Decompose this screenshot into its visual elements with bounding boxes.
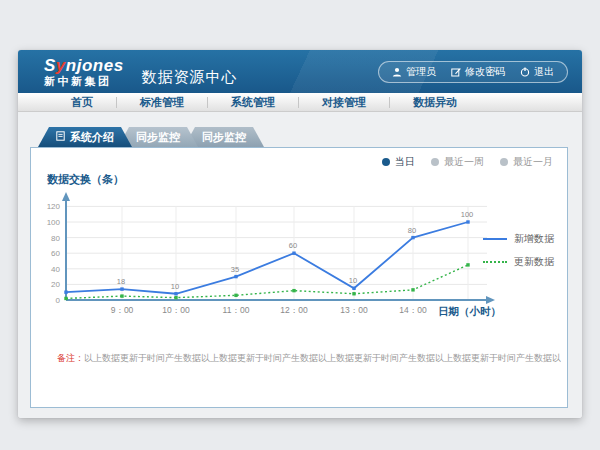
legend-line-solid [483, 238, 507, 240]
svg-text:11：00: 11：00 [223, 305, 250, 315]
chart-panel: 当日 最近一周 最近一月 数据交换（条） 0204060801001209：00… [30, 147, 568, 408]
current-user[interactable]: 管理员 [392, 65, 436, 79]
tab-label: 同步监控 [136, 130, 180, 145]
svg-text:9：00: 9：00 [111, 305, 134, 315]
company-logo: Synjones 新中新集团 [44, 57, 124, 87]
main-nav: 首页 标准管理 系统管理 对接管理 数据异动 [18, 93, 582, 112]
user-icon [392, 67, 402, 77]
radio-label: 最近一月 [513, 155, 553, 169]
nav-item-standard-mgmt[interactable]: 标准管理 [117, 95, 207, 110]
tab-label: 系统介绍 [70, 130, 114, 145]
svg-text:10：00: 10：00 [162, 305, 190, 315]
svg-text:60: 60 [289, 241, 297, 250]
user-toolbar: 管理员 修改密码 退出 [378, 61, 568, 83]
svg-text:40: 40 [51, 265, 60, 274]
user-name: 管理员 [406, 65, 436, 79]
legend-label: 更新数据 [514, 255, 554, 269]
footnote: 备注：以上数据更新于时间产生数据以上数据更新于时间产生数据以上数据更新于时间产生… [57, 352, 561, 365]
radio-last-month[interactable]: 最近一月 [500, 155, 553, 169]
logo-accent: y [56, 56, 66, 75]
radio-dot [431, 158, 439, 166]
logo-post: njones [66, 56, 124, 75]
legend-label: 新增数据 [514, 232, 554, 246]
svg-text:10: 10 [349, 276, 357, 285]
svg-text:0: 0 [56, 296, 61, 305]
svg-text:80: 80 [408, 226, 416, 235]
svg-text:100: 100 [461, 210, 474, 219]
svg-text:18: 18 [117, 277, 125, 286]
svg-text:100: 100 [47, 218, 61, 227]
footnote-text: 以上数据更新于时间产生数据以上数据更新于时间产生数据以上数据更新于时间产生数据以… [84, 353, 561, 363]
radio-dot [382, 158, 390, 166]
change-password-label: 修改密码 [465, 65, 505, 79]
nav-item-data-change[interactable]: 数据异动 [390, 95, 480, 110]
logo-pre: S [44, 56, 56, 75]
tab-label: 同步监控 [202, 130, 246, 145]
radio-dot [500, 158, 508, 166]
svg-text:10: 10 [171, 282, 179, 291]
chart-legend: 新增数据 更新数据 [483, 232, 554, 269]
nav-item-interface-mgmt[interactable]: 对接管理 [299, 95, 389, 110]
document-icon [56, 131, 65, 143]
logout-button[interactable]: 退出 [520, 65, 554, 79]
svg-text:12：00: 12：00 [280, 305, 308, 315]
tab-system-intro[interactable]: 系统介绍 [38, 127, 132, 147]
page-title: 数据资源中心 [142, 68, 238, 87]
logo-wordmark: Synjones [44, 57, 124, 74]
edit-icon [451, 67, 461, 77]
content-area: 系统介绍 同步监控 同步监控 当日 最近一周 [18, 112, 582, 418]
app-window: Synjones 新中新集团 数据资源中心 管理员 修改密码 退出 首页 标准管… [18, 50, 582, 418]
legend-line-dotted [483, 261, 507, 263]
svg-text:80: 80 [51, 234, 60, 243]
svg-text:35: 35 [231, 265, 239, 274]
radio-today[interactable]: 当日 [382, 155, 415, 169]
logout-label: 退出 [534, 65, 554, 79]
power-icon [520, 67, 530, 77]
svg-text:日期（小时）: 日期（小时） [438, 305, 501, 318]
radio-label: 最近一周 [444, 155, 484, 169]
logo-subtitle: 新中新集团 [44, 76, 124, 87]
svg-text:60: 60 [51, 249, 60, 258]
radio-last-week[interactable]: 最近一周 [431, 155, 484, 169]
svg-text:13：00: 13：00 [340, 305, 368, 315]
time-range-filter: 当日 最近一周 最近一月 [382, 155, 553, 169]
legend-item-update-data: 更新数据 [483, 255, 554, 269]
change-password-button[interactable]: 修改密码 [451, 65, 505, 79]
svg-text:20: 20 [51, 280, 60, 289]
svg-text:120: 120 [47, 202, 61, 211]
header: Synjones 新中新集团 数据资源中心 管理员 修改密码 退出 [18, 50, 582, 93]
radio-label: 当日 [395, 155, 415, 169]
footnote-label: 备注： [57, 353, 84, 363]
svg-text:14：00: 14：00 [399, 305, 427, 315]
nav-item-system-mgmt[interactable]: 系统管理 [208, 95, 298, 110]
tab-bar: 系统介绍 同步监控 同步监控 [38, 127, 264, 147]
nav-item-home[interactable]: 首页 [48, 95, 116, 110]
legend-item-new-data: 新增数据 [483, 232, 554, 246]
